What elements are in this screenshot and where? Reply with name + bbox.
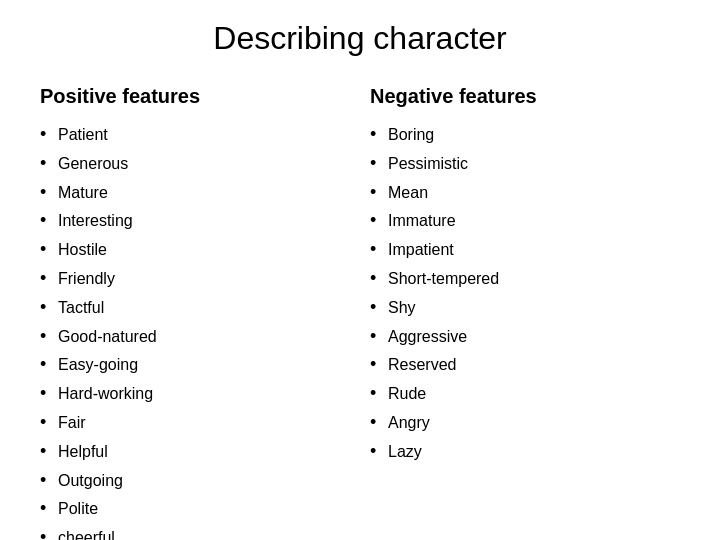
- list-item: •cheerful: [40, 523, 350, 540]
- bullet-icon: •: [40, 523, 58, 540]
- item-text: Outgoing: [58, 468, 123, 494]
- bullet-icon: •: [40, 350, 58, 379]
- item-text: Lazy: [388, 439, 422, 465]
- bullet-icon: •: [40, 379, 58, 408]
- item-text: Patient: [58, 122, 108, 148]
- item-text: Boring: [388, 122, 434, 148]
- list-item: •Outgoing: [40, 466, 350, 495]
- list-item: •Boring: [370, 120, 680, 149]
- item-text: Aggressive: [388, 324, 467, 350]
- bullet-icon: •: [370, 350, 388, 379]
- item-text: Good-natured: [58, 324, 157, 350]
- bullet-icon: •: [370, 178, 388, 207]
- item-text: Pessimistic: [388, 151, 468, 177]
- item-text: Hostile: [58, 237, 107, 263]
- bullet-icon: •: [40, 206, 58, 235]
- item-text: cheerful: [58, 525, 115, 540]
- bullet-icon: •: [370, 206, 388, 235]
- positive-column: Positive features •Patient•Generous•Matu…: [40, 85, 350, 540]
- list-item: •Friendly: [40, 264, 350, 293]
- item-text: Friendly: [58, 266, 115, 292]
- item-text: Easy-going: [58, 352, 138, 378]
- list-item: •Hostile: [40, 235, 350, 264]
- bullet-icon: •: [370, 293, 388, 322]
- list-item: •Fair: [40, 408, 350, 437]
- list-item: •Easy-going: [40, 350, 350, 379]
- list-item: •Mature: [40, 178, 350, 207]
- page-title: Describing character: [40, 20, 680, 57]
- bullet-icon: •: [370, 408, 388, 437]
- item-text: Mean: [388, 180, 428, 206]
- list-item: •Shy: [370, 293, 680, 322]
- list-item: •Aggressive: [370, 322, 680, 351]
- positive-heading: Positive features: [40, 85, 350, 108]
- bullet-icon: •: [370, 379, 388, 408]
- list-item: •Good-natured: [40, 322, 350, 351]
- bullet-icon: •: [370, 235, 388, 264]
- bullet-icon: •: [40, 178, 58, 207]
- positive-list: •Patient•Generous•Mature•Interesting•Hos…: [40, 120, 350, 540]
- bullet-icon: •: [370, 437, 388, 466]
- bullet-icon: •: [40, 408, 58, 437]
- list-item: •Reserved: [370, 350, 680, 379]
- item-text: Polite: [58, 496, 98, 522]
- bullet-icon: •: [40, 494, 58, 523]
- page: Describing character Positive features •…: [0, 0, 720, 540]
- list-item: •Tactful: [40, 293, 350, 322]
- list-item: •Lazy: [370, 437, 680, 466]
- list-item: •Polite: [40, 494, 350, 523]
- item-text: Generous: [58, 151, 128, 177]
- bullet-icon: •: [40, 293, 58, 322]
- item-text: Shy: [388, 295, 416, 321]
- bullet-icon: •: [40, 235, 58, 264]
- list-item: •Interesting: [40, 206, 350, 235]
- item-text: Helpful: [58, 439, 108, 465]
- negative-list: •Boring•Pessimistic•Mean•Immature•Impati…: [370, 120, 680, 466]
- bullet-icon: •: [40, 437, 58, 466]
- list-item: •Hard-working: [40, 379, 350, 408]
- bullet-icon: •: [370, 264, 388, 293]
- bullet-icon: •: [40, 466, 58, 495]
- list-item: •Generous: [40, 149, 350, 178]
- item-text: Fair: [58, 410, 86, 436]
- list-item: •Pessimistic: [370, 149, 680, 178]
- list-item: •Immature: [370, 206, 680, 235]
- list-item: •Angry: [370, 408, 680, 437]
- item-text: Rude: [388, 381, 426, 407]
- negative-heading: Negative features: [370, 85, 680, 108]
- item-text: Reserved: [388, 352, 456, 378]
- item-text: Angry: [388, 410, 430, 436]
- item-text: Hard-working: [58, 381, 153, 407]
- bullet-icon: •: [40, 149, 58, 178]
- negative-column: Negative features •Boring•Pessimistic•Me…: [370, 85, 680, 540]
- list-item: •Helpful: [40, 437, 350, 466]
- bullet-icon: •: [370, 149, 388, 178]
- bullet-icon: •: [370, 120, 388, 149]
- content-area: Positive features •Patient•Generous•Matu…: [40, 85, 680, 540]
- list-item: •Patient: [40, 120, 350, 149]
- bullet-icon: •: [40, 264, 58, 293]
- item-text: Interesting: [58, 208, 133, 234]
- item-text: Mature: [58, 180, 108, 206]
- list-item: •Impatient: [370, 235, 680, 264]
- bullet-icon: •: [40, 322, 58, 351]
- item-text: Immature: [388, 208, 456, 234]
- list-item: •Short-tempered: [370, 264, 680, 293]
- bullet-icon: •: [40, 120, 58, 149]
- list-item: •Rude: [370, 379, 680, 408]
- item-text: Tactful: [58, 295, 104, 321]
- item-text: Impatient: [388, 237, 454, 263]
- bullet-icon: •: [370, 322, 388, 351]
- list-item: •Mean: [370, 178, 680, 207]
- item-text: Short-tempered: [388, 266, 499, 292]
